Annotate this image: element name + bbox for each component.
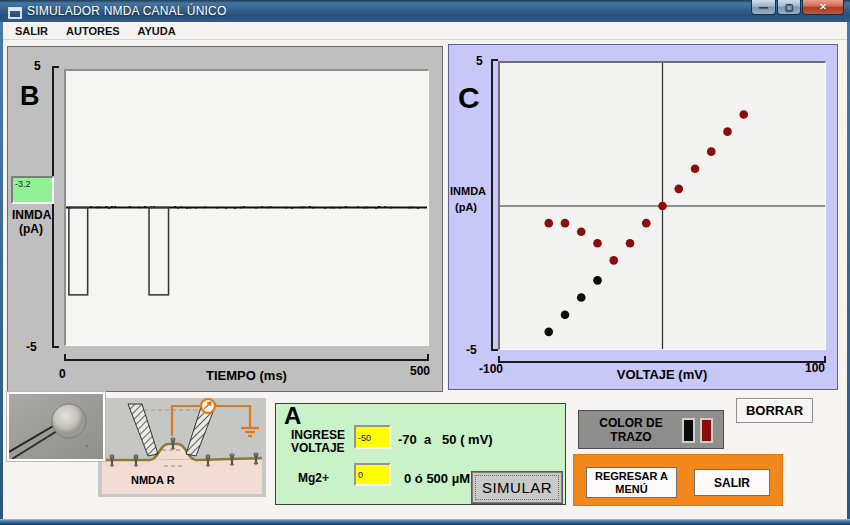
menu-autores[interactable]: AUTORES [63,23,123,39]
red-trace-swatch[interactable] [700,418,713,443]
voltage-input[interactable] [354,425,391,449]
clear-button[interactable]: BORRAR [736,398,813,423]
minimize-button[interactable]: — [751,0,776,15]
b-ymin-tick: -5 [26,340,37,354]
b-x-axis [64,354,429,361]
mg-range-label: 0 ó 500 µM [404,471,470,486]
b-ymax-tick: 5 [34,59,41,73]
iv-plot-panel: C 5 -5 INMDA (pA) -100 100 VOLTAJE (mV) [448,44,838,390]
mg-label: Mg2+ [298,471,329,485]
trace-color-title: COLOR DE TRAZO [585,416,677,444]
c-ymax-tick: 5 [476,54,483,68]
c-ylabel-line1: INMDA [450,185,486,197]
control-panel: A INGRESE VOLTAJE -70 a 50 ( mV) Mg2+ 0 … [275,403,566,505]
app-window: SIMULADOR NMDA CANAL ÚNICO — ▢ ✕ SALIR A… [0,0,850,525]
nmda-diagram: NMDA R [98,398,266,497]
time-plot-area [64,69,429,346]
c-x-axis [498,356,826,363]
voltage-range-label: -70 a 50 ( mV) [398,432,493,447]
c-y-axis [491,59,498,351]
iv-chart [500,63,825,349]
mg-input[interactable] [354,463,391,486]
iv-plot-area [498,61,826,350]
close-button[interactable]: ✕ [802,0,844,15]
window-controls: — ▢ ✕ [750,0,844,15]
b-ylabel-line2: (pA) [19,222,43,236]
trace-color-panel: COLOR DE TRAZO [578,410,724,449]
title-bar[interactable]: SIMULADOR NMDA CANAL ÚNICO — ▢ ✕ [0,0,850,22]
c-ymin-tick: -5 [466,343,477,357]
simulate-button[interactable]: SIMULAR [472,472,562,503]
time-plot-panel: B 5 -5 -3.2 INMDA (pA) 0 500 TIEMPO (ms) [7,46,443,392]
c-ylabel-line2: (pA) [455,201,477,213]
window-bottom-border [0,519,850,525]
menu-salir[interactable]: SALIR [12,23,51,39]
trace-chart [66,71,427,344]
exit-button[interactable]: SALIR [694,469,770,496]
navigation-panel: REGRESAR A MENÚ SALIR [573,454,783,506]
menu-bar: SALIR AUTORES AYUDA [3,22,847,40]
window-title: SIMULADOR NMDA CANAL ÚNICO [27,4,226,18]
panel-c-label: C [458,81,480,115]
diagram-caption: NMDA R [131,474,175,486]
panel-b-label: B [20,81,40,112]
black-trace-swatch[interactable] [682,418,695,443]
b-y-axis [52,66,59,348]
b-ylabel-line1: INMDA [12,208,51,222]
return-menu-button[interactable]: REGRESAR A MENÚ [586,467,677,498]
menu-ayuda[interactable]: AYUDA [135,23,179,39]
voltage-label: INGRESE VOLTAJE [291,429,345,455]
panel-a-label: A [284,402,301,430]
app-icon [8,5,22,17]
maximize-button[interactable]: ▢ [777,0,801,15]
b-xlabel: TIEMPO (ms) [64,368,429,383]
c-xlabel: VOLTAJE (mV) [498,367,826,382]
current-value-display: -3.2 [11,176,54,204]
patch-clamp-photo [7,392,105,461]
